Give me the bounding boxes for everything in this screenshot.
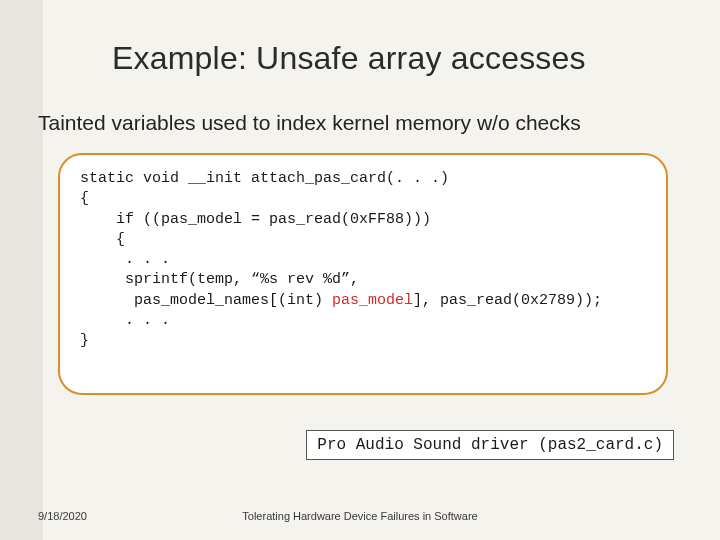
code-block: static void __init attach_pas_card(. . .… bbox=[58, 153, 668, 395]
footer-date: 9/18/2020 bbox=[38, 510, 87, 522]
slide-subtitle: Tainted variables used to index kernel m… bbox=[38, 111, 682, 135]
code-line: static void __init attach_pas_card(. . .… bbox=[80, 169, 646, 189]
code-line: . . . bbox=[80, 250, 646, 270]
code-line: if ((pas_model = pas_read(0xFF88))) bbox=[80, 210, 646, 230]
slide-footer: 9/18/2020 Tolerating Hardware Device Fai… bbox=[38, 510, 682, 522]
code-line: { bbox=[80, 230, 646, 250]
code-line: . . . bbox=[80, 311, 646, 331]
footer-presentation-title: Tolerating Hardware Device Failures in S… bbox=[242, 510, 477, 522]
code-line: pas_model_names[(int) pas_model], pas_re… bbox=[80, 291, 646, 311]
slide-title: Example: Unsafe array accesses bbox=[112, 40, 682, 77]
code-line: } bbox=[80, 331, 646, 351]
code-line: { bbox=[80, 189, 646, 209]
code-line: sprintf(temp, “%s rev %d”, bbox=[80, 270, 646, 290]
code-caption: Pro Audio Sound driver (pas2_card.c) bbox=[306, 430, 674, 460]
tainted-variable: pas_model bbox=[332, 292, 413, 309]
